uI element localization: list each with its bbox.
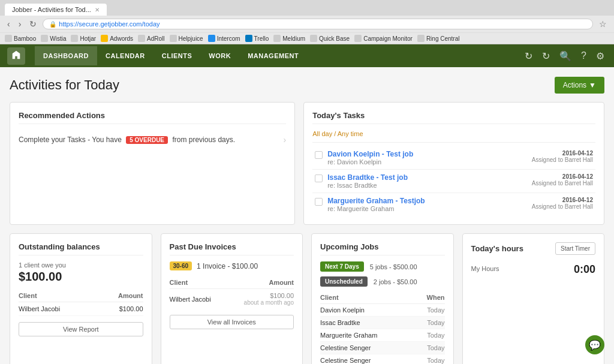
outstanding-balances-card: Outstanding balances 1 client owe you $1…	[10, 233, 152, 364]
todays-tasks-title: Today's Tasks	[312, 111, 595, 124]
balance-amount-0: $100.00	[97, 302, 143, 316]
next7days-badge[interactable]: Next 7 Days	[320, 261, 364, 272]
task-meta-1: 2016-04-12 Assigned to Barret Hall	[532, 173, 593, 186]
jobs-badges: Next 7 Days 5 jobs - $500.00	[320, 261, 445, 272]
bookmarks-bar: Bamboo Wistia Hotjar Adwords AdRoll Help…	[0, 32, 614, 44]
recommended-actions-title: Recommended Actions	[19, 111, 286, 124]
job-row-3: Celestine SengerToday	[320, 342, 445, 354]
invoice-meta-0: about a month ago	[226, 299, 294, 306]
task-divider	[312, 142, 595, 143]
settings-icon[interactable]: ⚙	[594, 48, 607, 64]
browser-address-bar: ‹ › ↻ 🔒 https://secure.getjobber.com/tod…	[0, 16, 614, 32]
invoice-table: Client Amount Wilbert Jacobi $100.00 abo…	[170, 276, 294, 309]
lock-icon: 🔒	[49, 21, 56, 28]
view-all-invoices-button[interactable]: View all Invoices	[170, 315, 294, 329]
job-when-1: Today	[395, 317, 445, 329]
invoice-col-client: Client	[170, 276, 226, 289]
bookmark-quickbase[interactable]: Quick Base	[310, 35, 350, 42]
bookmark-bamboo[interactable]: Bamboo	[5, 35, 36, 42]
forward-button[interactable]: ›	[16, 18, 24, 30]
chat-bubble[interactable]: 💬	[585, 335, 604, 354]
recommended-actions-card: Recommended Actions Complete your Tasks …	[10, 102, 295, 225]
task-name-0[interactable]: Davion Koelpin - Test job	[327, 150, 527, 158]
address-field[interactable]: 🔒 https://secure.getjobber.com/today	[43, 19, 593, 29]
refresh-icon-1[interactable]: ↻	[522, 48, 535, 64]
refresh-icon-2[interactable]: ↻	[540, 48, 552, 64]
past-due-invoices-card: Past Due Invoices 30-60 1 Invoice - $100…	[161, 233, 303, 364]
job-when-3: Today	[395, 342, 445, 354]
bookmark-ringcentral[interactable]: Ring Central	[417, 35, 460, 42]
invoice-row-0: Wilbert Jacobi $100.00 about a month ago	[170, 289, 294, 309]
nav-items: DASHBOARD CALENDAR CLIENTS WORK MANAGEME…	[35, 46, 307, 65]
task-meta-2: 2016-04-12 Assigned to Barret Hall	[532, 197, 593, 210]
bookmark-trello[interactable]: Trello	[245, 35, 269, 42]
back-button[interactable]: ‹	[5, 18, 13, 30]
balance-client-0: Wilbert Jacobi	[19, 302, 97, 316]
task-sub-2: re: Marguerite Graham	[327, 205, 527, 212]
nav-work[interactable]: WORK	[200, 46, 239, 65]
invoice-amount-meta-0: $100.00 about a month ago	[226, 289, 294, 309]
past-due-invoices-title: Past Due Invoices	[170, 242, 294, 255]
search-icon[interactable]: 🔍	[557, 48, 574, 64]
balance-col-client: Client	[19, 290, 97, 302]
nav-clients[interactable]: CLIENTS	[154, 46, 201, 65]
job-row-0: Davion KoelpinToday	[320, 304, 445, 317]
unscheduled-badge[interactable]: Unscheduled	[320, 276, 368, 287]
task-checkbox-1[interactable]	[315, 175, 323, 182]
balance-description: 1 client owe you	[19, 261, 143, 269]
hours-header: Today's hours Start Timer	[471, 242, 596, 255]
jobs-col-client: Client	[320, 291, 395, 304]
jobs-badges-unscheduled: Unscheduled 2 jobs - $50.00	[320, 276, 445, 287]
task-assigned-2: Assigned to Barret Hall	[532, 203, 593, 210]
balance-table: Client Amount Wilbert Jacobi $100.00	[19, 290, 143, 316]
bookmark-intercom[interactable]: Intercom	[208, 35, 240, 42]
task-checkbox-0[interactable]	[315, 151, 323, 159]
nav-management[interactable]: MANAGEMENT	[239, 46, 307, 65]
address-text: https://secure.getjobber.com/today	[59, 20, 159, 28]
view-report-button[interactable]: View Report	[19, 322, 143, 336]
task-checkbox-2[interactable]	[315, 198, 323, 206]
bookmark-hotjar[interactable]: Hotjar	[71, 35, 96, 42]
job-client-4: Celestine Senger	[320, 354, 395, 365]
job-row-2: Marguerite GrahamToday	[320, 329, 445, 342]
invoice-client-0[interactable]: Wilbert Jacobi	[170, 289, 226, 309]
invoice-summary-row: 30-60 1 Invoice - $100.00	[170, 261, 294, 270]
balance-row-0: Wilbert Jacobi $100.00	[19, 302, 143, 316]
invoice-text: 1 Invoice - $100.00	[197, 262, 258, 270]
nav-dashboard[interactable]: DASHBOARD	[35, 46, 97, 65]
next7days-text: 5 jobs - $500.00	[370, 263, 417, 270]
browser-tab[interactable]: Jobber - Activities for Tod... ✕	[5, 4, 107, 16]
invoice-col-amount: Amount	[226, 276, 294, 289]
tab-close-icon[interactable]: ✕	[95, 7, 100, 13]
todays-hours-title: Today's hours	[471, 244, 523, 253]
browser-tab-bar: Jobber - Activities for Tod... ✕	[0, 0, 614, 16]
start-timer-button[interactable]: Start Timer	[555, 242, 595, 255]
rec-arrow-icon[interactable]: ›	[283, 135, 286, 145]
task-info-2: Marguerite Graham - Testjob re: Margueri…	[327, 197, 527, 212]
upcoming-jobs-title: Upcoming Jobs	[320, 242, 445, 255]
job-when-0: Today	[395, 304, 445, 317]
bookmark-meldium[interactable]: Meldium	[273, 35, 305, 42]
nav-calendar[interactable]: CALENDAR	[97, 46, 154, 65]
rec-action-row: Complete your Tasks - You have 5 OVERDUE…	[19, 130, 286, 149]
task-sub-1: re: Issac Bradtke	[327, 182, 527, 189]
task-date-2: 2016-04-12	[532, 197, 593, 203]
job-client-3: Celestine Senger	[320, 342, 395, 354]
bookmark-wistia[interactable]: Wistia	[41, 35, 66, 42]
bookmark-campaign-monitor[interactable]: Campaign Monitor	[354, 35, 413, 42]
reload-button[interactable]: ↻	[27, 18, 39, 30]
bookmark-star-icon[interactable]: ☆	[597, 18, 609, 30]
bookmark-adwords[interactable]: Adwords	[101, 35, 133, 42]
due-badge: 30-60	[170, 261, 192, 270]
rec-text-prefix: Complete your Tasks - You have	[19, 136, 122, 144]
task-date-1: 2016-04-12	[532, 173, 593, 180]
task-name-1[interactable]: Issac Bradtke - Test job	[327, 173, 527, 182]
bookmark-adroll[interactable]: AdRoll	[138, 35, 164, 42]
job-client-0: Davion Koelpin	[320, 304, 395, 317]
bookmark-helpjuice[interactable]: Helpjuice	[170, 35, 203, 42]
help-icon[interactable]: ?	[579, 48, 589, 64]
actions-button[interactable]: Actions ▼	[555, 77, 604, 94]
task-info-1: Issac Bradtke - Test job re: Issac Bradt…	[327, 173, 527, 189]
task-name-2[interactable]: Marguerite Graham - Testjob	[327, 197, 527, 205]
cards-row-1: Recommended Actions Complete your Tasks …	[10, 102, 604, 225]
